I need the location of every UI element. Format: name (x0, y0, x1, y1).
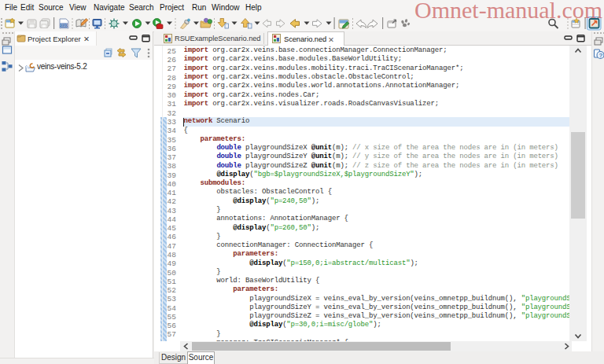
svg-text:010: 010 (61, 23, 68, 28)
svg-text:?: ? (599, 52, 603, 59)
